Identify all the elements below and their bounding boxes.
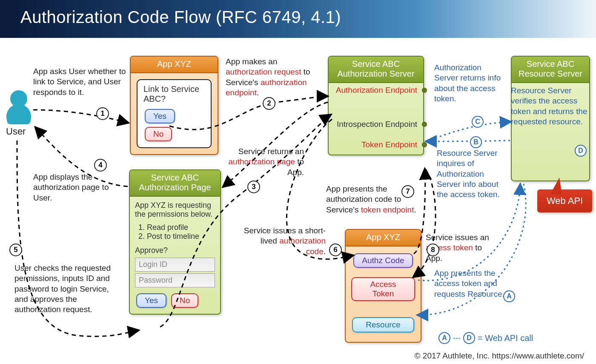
step-2: 2 xyxy=(263,97,275,110)
web-api-callout: Web API xyxy=(537,189,592,212)
approve-label: Approve? xyxy=(135,246,215,255)
resource-server-title: Service ABC Resource Server xyxy=(512,57,589,83)
note-b: Resource Server inquires of Authorizatio… xyxy=(437,148,505,200)
step-3: 3 xyxy=(247,181,260,193)
password-field[interactable]: Password xyxy=(135,273,215,287)
introspection-endpoint: Introspection Endpoint xyxy=(329,117,423,132)
app-xyz-box-1: App XYZ Link to Service ABC? Yes No xyxy=(130,56,218,155)
link-prompt-text: Link to Service ABC? xyxy=(143,84,205,104)
legend: A --- D = Web API call xyxy=(438,332,533,344)
authorization-page-title: Service ABC Authorization Page xyxy=(130,170,220,197)
note-c: Authorization Server returns info about … xyxy=(434,63,502,104)
resource-pill: Resource xyxy=(352,317,414,332)
note-2: App makes an authorization request to Se… xyxy=(226,57,324,98)
step-b: B xyxy=(470,136,482,148)
note-1: App asks User whether to link to Service… xyxy=(33,66,127,97)
svg-marker-1 xyxy=(550,178,562,195)
step-c: C xyxy=(472,116,484,128)
yes-button-2[interactable]: Yes xyxy=(136,293,166,308)
step-7: 7 xyxy=(401,185,414,198)
footer: © 2017 Authlete, Inc. https://www.authle… xyxy=(415,351,584,361)
perm-2: 2. Post to timeline xyxy=(138,232,215,241)
page-title: Authorization Code Flow (RFC 6749, 4.1) xyxy=(20,8,576,27)
authorization-endpoint: Authorization Endpoint xyxy=(329,83,423,97)
perm-1: 1. Read profile xyxy=(138,223,215,232)
note-5: User checks the requested permissions, i… xyxy=(14,263,121,315)
app-xyz-title-2: App XYZ xyxy=(346,230,421,246)
note-4: App displays the authorization page to U… xyxy=(33,172,110,203)
user-icon xyxy=(5,89,32,125)
yes-button-1[interactable]: Yes xyxy=(145,109,175,123)
login-id-field[interactable]: Login ID xyxy=(135,258,215,272)
token-endpoint: Token Endpoint xyxy=(329,138,423,152)
authz-request-text: App XYZ is requesting the permissions be… xyxy=(135,201,215,219)
step-6: 6 xyxy=(329,244,342,256)
step-1: 1 xyxy=(96,107,109,120)
note-a: App presents the access token and reques… xyxy=(434,268,507,299)
authz-code-pill: Authz Code xyxy=(353,253,413,268)
note-d: Resource Server verifies the access toke… xyxy=(511,86,588,127)
no-button-2[interactable]: No xyxy=(171,293,198,308)
link-prompt: Link to Service ABC? Yes No xyxy=(137,79,212,148)
app-xyz-title-1: App XYZ xyxy=(131,57,218,73)
no-button-1[interactable]: No xyxy=(145,127,172,141)
access-token-pill: Access Token xyxy=(351,277,415,301)
legend-text: = Web API call xyxy=(478,333,533,343)
page-header: Authorization Code Flow (RFC 6749, 4.1) xyxy=(0,0,596,38)
step-a: A xyxy=(503,290,515,302)
step-d: D xyxy=(575,145,587,157)
authorization-server-box: Service ABC Authorization Server Authori… xyxy=(328,56,424,155)
step-4: 4 xyxy=(94,159,107,172)
note-6: Service issues a short-lived authorizati… xyxy=(241,226,326,257)
user-label: User xyxy=(6,126,26,137)
step-8: 8 xyxy=(427,244,439,256)
authorization-server-title: Service ABC Authorization Server xyxy=(329,57,423,83)
note-3: Service returns an authorization page to… xyxy=(215,146,304,178)
authorization-page-box: Service ABC Authorization Page App XYZ i… xyxy=(129,169,221,315)
app-xyz-box-2: App XYZ Authz Code Access Token Resource xyxy=(345,229,421,343)
step-5: 5 xyxy=(9,244,22,256)
